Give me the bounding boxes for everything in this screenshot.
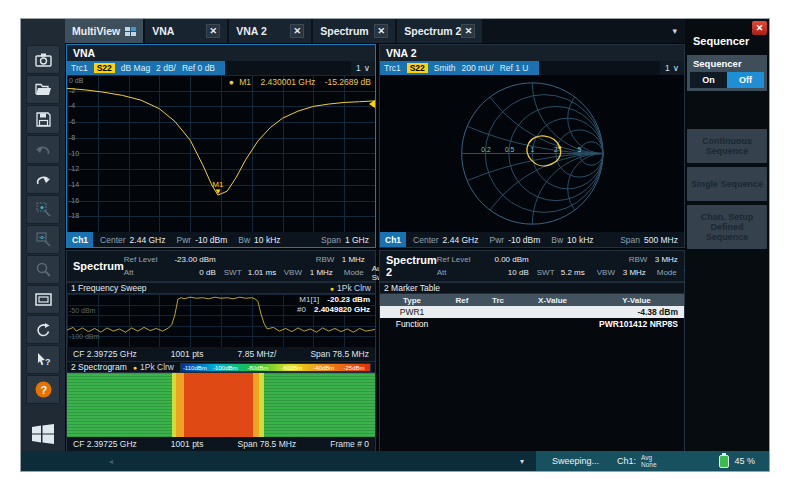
chevron-down-icon: ∨: [364, 63, 370, 73]
frequency-sweep-bar[interactable]: 1 Frequency Sweep ● 1Pk Clrw: [67, 282, 375, 294]
spectrum-plot[interactable]: -50 dBm -100 dBm M1[1]-20.23 dBm #02.404…: [67, 294, 375, 347]
windows-start-icon[interactable]: [28, 421, 58, 447]
softkey-menu-title: Sequencer: [693, 35, 749, 47]
channel-tab-bar: MultiView VNA✕ VNA 2✕ Spectrum✕ Spectrum…: [65, 19, 685, 43]
screenshot-camera-icon[interactable]: [26, 45, 60, 74]
multiview-area: VNA Trc1 S22 dB Mag 2 dB/ Ref 0 dB 1∨ 0 …: [65, 43, 685, 451]
trace-format: dB Mag: [121, 63, 150, 73]
vna-window[interactable]: VNA Trc1 S22 dB Mag 2 dB/ Ref 0 dB 1∨ 0 …: [66, 44, 376, 248]
context-help-cursor-icon[interactable]: ?: [26, 345, 60, 374]
window-title: VNA 2: [380, 45, 684, 61]
undo-icon[interactable]: [26, 135, 60, 164]
close-tab-icon[interactable]: ✕: [206, 24, 220, 38]
svg-text:0.2: 0.2: [481, 146, 491, 153]
zoom-out-area-icon[interactable]: [26, 225, 60, 254]
channel-tag[interactable]: Ch1: [67, 232, 93, 247]
sequencer-off-button[interactable]: Off: [727, 72, 764, 88]
spectrum-marker-readout: M1[1]-20.23 dBm #02.4049820 GHz: [295, 295, 372, 315]
trace-scale: 200 mU/: [462, 63, 494, 73]
save-floppy-icon[interactable]: [26, 105, 60, 134]
trace-select-dropdown[interactable]: 1∨: [351, 61, 375, 75]
smith-chart-plot[interactable]: 0.2 0.5 1 2 5: [380, 75, 684, 232]
window-title: Spectrum 2: [380, 251, 437, 281]
table-row[interactable]: PWR1 -4.38 dBm: [380, 306, 684, 318]
marker-table-header: Type Ref Trc X-Value Y-Value: [380, 294, 684, 306]
marker-triangle-icon: ▼: [214, 187, 222, 196]
sequencer-on-button[interactable]: On: [690, 72, 727, 88]
spectrogram-footer: CF 2.39725 GHz1001 ptsSpan 78.5 MHzFrame…: [67, 437, 375, 451]
vna2-trace-header: Trc1 S22 Smith 200 mU/ Ref 1 U 1∨: [380, 61, 684, 75]
spectrogram-display[interactable]: [67, 373, 375, 437]
vna2-window[interactable]: VNA 2 Trc1 S22 Smith 200 mU/ Ref 1 U 1∨: [379, 44, 685, 248]
battery-icon: [719, 455, 729, 468]
trace-config-tag[interactable]: Trc1 S22 dB Mag 2 dB/ Ref 0 dB: [67, 61, 225, 75]
close-tab-icon[interactable]: ✕: [374, 24, 388, 38]
tab-label: Spectrum 2: [404, 25, 461, 37]
vna-trace-header: Trc1 S22 dB Mag 2 dB/ Ref 0 dB 1∨: [67, 61, 375, 75]
trace-scale: 2 dB/: [156, 63, 176, 73]
softkey-sidebar: ✕ Sequencer Sequencer On Off Continuous …: [685, 19, 769, 451]
refresh-loop-icon[interactable]: [26, 315, 60, 344]
trace-ref: Ref 0 dB: [182, 63, 215, 73]
tab-label: Spectrum: [320, 25, 368, 37]
status-dropdown-icon[interactable]: ▾: [520, 457, 524, 466]
trace-parameter: S22: [407, 63, 428, 73]
close-tab-icon[interactable]: ✕: [461, 24, 475, 38]
continuous-sequence-button[interactable]: Continuous Sequence: [687, 129, 767, 163]
tab-vna[interactable]: VNA✕: [145, 19, 229, 43]
zoom-magnifier-icon[interactable]: [26, 255, 60, 284]
spectrum2-window[interactable]: Spectrum 2 Ref Level0.00 dBm RBW3 MHz At…: [379, 250, 685, 452]
left-toolbar: ? ?: [21, 19, 65, 451]
status-bar: ◂ ▾ Sweeping... Ch1: AvgNone 45 %: [21, 451, 769, 471]
trace-parameter: S22: [94, 63, 115, 73]
channel-defined-sequence-button[interactable]: Chan. Setup Defined Sequence: [687, 205, 767, 249]
smith-chart: 0.2 0.5 1 2 5: [446, 75, 619, 232]
chevron-down-icon: ∨: [673, 63, 679, 73]
spectrogram-color-legend: -110dBm -100dBm -80dBm -60dBm -40dBm -25…: [180, 363, 371, 372]
spectrum-window[interactable]: Spectrum Ref Level-23.00 dBm RBW1 MHz At…: [66, 250, 376, 452]
status-channel: Ch1:: [617, 456, 636, 466]
vna-marker[interactable]: M1▼: [212, 181, 223, 195]
status-average: AvgNone: [641, 454, 657, 468]
tab-spectrum2[interactable]: Spectrum 2✕: [397, 19, 484, 43]
svg-text:5: 5: [577, 146, 581, 153]
trace-overflow-indicator: [369, 100, 375, 108]
tab-label: VNA: [152, 25, 174, 37]
trace-name: Trc1: [384, 63, 401, 73]
tab-vna2[interactable]: VNA 2✕: [229, 19, 313, 43]
spectrum-header: Spectrum Ref Level-23.00 dBm RBW1 MHz At…: [67, 251, 375, 282]
tab-spectrum[interactable]: Spectrum✕: [313, 19, 397, 43]
vna-marker-readout: ● M1 2.430001 GHz -15.2689 dB: [229, 77, 371, 87]
tab-overflow-icon[interactable]: ▾: [672, 26, 685, 36]
close-tab-icon[interactable]: ✕: [290, 24, 304, 38]
trace-select-dropdown[interactable]: 1∨: [660, 61, 684, 75]
window-title: VNA: [67, 45, 375, 61]
close-menu-icon[interactable]: ✕: [752, 21, 767, 35]
table-row[interactable]: Function PWR101412 NRP8S: [380, 318, 684, 330]
tab-multiview[interactable]: MultiView: [65, 19, 145, 43]
svg-text:1: 1: [530, 146, 534, 153]
window-title: Spectrum: [67, 251, 124, 281]
vna-footer: Ch1 Center2.44 GHz Pwr-10 dBm Bw10 kHz S…: [67, 232, 375, 247]
vna-plot[interactable]: 0 dB-2-4-6-8-10-12-14-16-18 ● M1 2.43000…: [67, 75, 375, 232]
status-left-chevron-icon[interactable]: ◂: [109, 457, 113, 466]
trace-ref: Ref 1 U: [500, 63, 529, 73]
single-sequence-button[interactable]: Single Sequence: [687, 167, 767, 201]
marker-bullet-icon: ●: [229, 77, 234, 87]
open-folder-icon[interactable]: [26, 75, 60, 104]
spectrogram-bar[interactable]: 2 Spectrogram ● 1Pk Clrw -110dBm -100dBm…: [67, 361, 375, 373]
zoom-area-icon[interactable]: [26, 195, 60, 224]
tab-label: MultiView: [72, 25, 120, 37]
help-question-icon[interactable]: ?: [26, 375, 60, 404]
marker-table-bar[interactable]: 2 Marker Table: [380, 282, 684, 294]
trace-format: Smith: [434, 63, 456, 73]
spectrum2-header: Spectrum 2 Ref Level0.00 dBm RBW3 MHz At…: [380, 251, 684, 282]
redo-icon[interactable]: [26, 165, 60, 194]
vna2-footer: Ch1 Center2.44 GHz Pwr-10 dBm Bw10 kHz S…: [380, 232, 684, 247]
svg-text:2: 2: [554, 146, 558, 153]
trace-config-tag[interactable]: Trc1 S22 Smith 200 mU/ Ref 1 U: [380, 61, 539, 75]
display-frame-icon[interactable]: [26, 285, 60, 314]
battery-percentage: 45 %: [734, 456, 755, 466]
channel-tag[interactable]: Ch1: [380, 232, 406, 247]
tab-label: VNA 2: [236, 25, 267, 37]
